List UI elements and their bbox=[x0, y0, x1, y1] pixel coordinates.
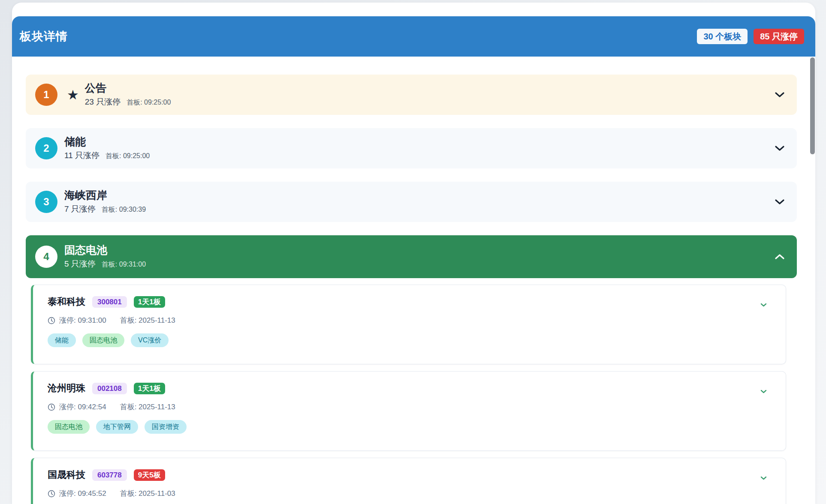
sector-text: 固态电池 5 只涨停 首板: 09:31:00 bbox=[64, 244, 146, 270]
limit-up-count: 7 只涨停 bbox=[64, 204, 96, 215]
first-board-date: 首板: 2025-11-13 bbox=[120, 402, 175, 412]
first-board-date: 首板: 2025-11-03 bbox=[120, 489, 175, 498]
panel-header: 板块详情 30 个板块 85 只涨停 bbox=[12, 16, 815, 57]
limit-up-count: 5 只涨停 bbox=[64, 258, 96, 270]
sector-subtitle: 11 只涨停 首板: 09:25:00 bbox=[64, 150, 150, 161]
sector-subtitle: 5 只涨停 首板: 09:31:00 bbox=[64, 258, 146, 270]
chevron-down-icon[interactable] bbox=[760, 303, 767, 307]
sector-name: 固态电池 bbox=[64, 244, 146, 256]
limit-up-time: 涨停: 09:31:00 bbox=[59, 315, 106, 325]
stock-title-row: 国晟科技 603778 9天5板 bbox=[48, 468, 760, 481]
stock-meta: 涨停: 09:45:52 首板: 2025-11-03 bbox=[48, 489, 760, 498]
sector-list: 1 ★ 公告 23 只涨停 首板: 09:25:00 2 储能 11 只涨停 首… bbox=[12, 57, 815, 504]
sector-text: 海峡西岸 7 只涨停 首板: 09:30:39 bbox=[64, 189, 146, 215]
stock-name: 国晟科技 bbox=[48, 468, 85, 481]
clock-icon bbox=[48, 490, 55, 498]
sector-text: 储能 11 只涨停 首板: 09:25:00 bbox=[64, 135, 150, 161]
limit-up-time: 涨停: 09:42:54 bbox=[59, 402, 106, 412]
stock-name: 泰和科技 bbox=[48, 295, 85, 308]
chevron-down-icon[interactable] bbox=[775, 92, 785, 98]
board-count-badge: 1天1板 bbox=[134, 296, 165, 308]
sector-subtitle: 23 只涨停 首板: 09:25:00 bbox=[85, 96, 171, 108]
concept-tag: 地下管网 bbox=[96, 420, 138, 434]
rank-badge: 2 bbox=[35, 137, 57, 159]
stock-title-row: 沧州明珠 002108 1天1板 bbox=[48, 382, 760, 395]
page-title: 板块详情 bbox=[20, 29, 68, 44]
first-board-time: 首板: 09:31:00 bbox=[102, 260, 146, 269]
stock-card[interactable]: 国晟科技 603778 9天5板 涨停: 09:45:52 首板: 2025-1… bbox=[31, 458, 786, 504]
header-badges: 30 个板块 85 只涨停 bbox=[697, 29, 804, 44]
first-board-time: 首板: 09:25:00 bbox=[106, 152, 150, 161]
sector-text: 公告 23 只涨停 首板: 09:25:00 bbox=[85, 82, 171, 108]
stock-tags: 固态电池地下管网国资增资 bbox=[48, 420, 760, 434]
limit-up-count-badge: 85 只涨停 bbox=[754, 29, 804, 44]
scrollbar-thumb[interactable] bbox=[810, 57, 815, 154]
clock-icon bbox=[48, 317, 55, 324]
sector-row-2[interactable]: 2 储能 11 只涨停 首板: 09:25:00 bbox=[26, 128, 797, 168]
board-count-badge: 1天1板 bbox=[134, 383, 165, 394]
sector-name: 公告 bbox=[85, 82, 171, 94]
limit-up-count: 23 只涨停 bbox=[85, 96, 121, 108]
first-board-date: 首板: 2025-11-13 bbox=[120, 315, 175, 325]
sector-detail-panel: 板块详情 30 个板块 85 只涨停 1 ★ 公告 23 只涨停 首板: 09:… bbox=[12, 3, 815, 504]
stock-title-row: 泰和科技 300801 1天1板 bbox=[48, 295, 760, 308]
chevron-up-icon[interactable] bbox=[775, 254, 785, 260]
stock-code-badge: 002108 bbox=[92, 383, 127, 394]
stock-list: 泰和科技 300801 1天1板 涨停: 09:31:00 首板: 2025-1… bbox=[31, 285, 786, 504]
sector-row-4[interactable]: 4 固态电池 5 只涨停 首板: 09:31:00 bbox=[26, 235, 797, 278]
chevron-down-icon[interactable] bbox=[775, 199, 785, 205]
concept-tag: 固态电池 bbox=[48, 420, 90, 434]
first-board-time: 首板: 09:25:00 bbox=[127, 98, 171, 107]
concept-tag: 固态电池 bbox=[82, 333, 124, 347]
sector-row-1[interactable]: 1 ★ 公告 23 只涨停 首板: 09:25:00 bbox=[26, 75, 797, 115]
limit-up-time: 涨停: 09:45:52 bbox=[59, 489, 106, 498]
stock-card[interactable]: 泰和科技 300801 1天1板 涨停: 09:31:00 首板: 2025-1… bbox=[31, 285, 786, 364]
sector-row-3[interactable]: 3 海峡西岸 7 只涨停 首板: 09:30:39 bbox=[26, 182, 797, 222]
star-icon: ★ bbox=[67, 88, 79, 102]
concept-tag: VC涨价 bbox=[131, 333, 169, 347]
stock-card[interactable]: 沧州明珠 002108 1天1板 涨停: 09:42:54 首板: 2025-1… bbox=[31, 371, 786, 451]
concept-tag: 储能 bbox=[48, 333, 76, 347]
chevron-down-icon[interactable] bbox=[775, 145, 785, 151]
stock-tags: 储能固态电池VC涨价 bbox=[48, 333, 760, 347]
stock-code-badge: 603778 bbox=[92, 469, 127, 481]
limit-up-count: 11 只涨停 bbox=[64, 150, 99, 161]
first-board-time: 首板: 09:30:39 bbox=[102, 205, 146, 214]
rank-badge: 4 bbox=[35, 246, 57, 268]
sector-name: 海峡西岸 bbox=[64, 189, 146, 201]
concept-tag: 国资增资 bbox=[145, 420, 187, 434]
chevron-down-icon[interactable] bbox=[760, 476, 767, 480]
stock-name: 沧州明珠 bbox=[48, 382, 85, 395]
rank-badge: 1 bbox=[35, 84, 57, 106]
stock-meta: 涨停: 09:42:54 首板: 2025-11-13 bbox=[48, 402, 760, 412]
chevron-down-icon[interactable] bbox=[760, 390, 767, 393]
stock-meta: 涨停: 09:31:00 首板: 2025-11-13 bbox=[48, 315, 760, 325]
board-count-badge: 9天5板 bbox=[134, 469, 165, 481]
sector-name: 储能 bbox=[64, 135, 150, 148]
stock-code-badge: 300801 bbox=[92, 296, 127, 308]
rank-badge: 3 bbox=[35, 191, 57, 213]
sector-count-badge: 30 个板块 bbox=[697, 29, 748, 44]
clock-icon bbox=[48, 403, 55, 411]
sector-subtitle: 7 只涨停 首板: 09:30:39 bbox=[64, 204, 146, 215]
